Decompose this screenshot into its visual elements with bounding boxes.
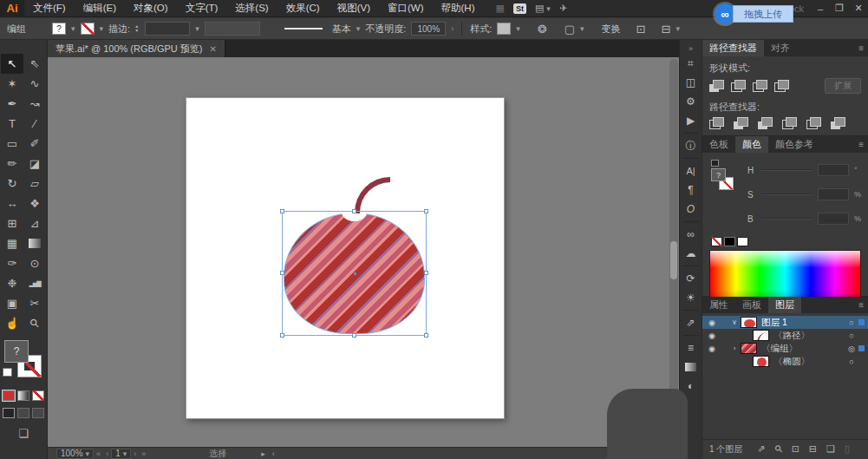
document-tab[interactable]: 苹果.ai* @ 100% (RGB/GPU 预览) ✕ bbox=[48, 40, 225, 57]
apple-artwork[interactable] bbox=[48, 57, 679, 447]
workspace-switcher-icon[interactable]: ▤ ▾ bbox=[535, 3, 551, 14]
menu-object[interactable]: 对象(O) bbox=[125, 0, 177, 17]
expand-icon[interactable]: › bbox=[728, 344, 741, 352]
dock-play-icon[interactable]: ▶ bbox=[680, 111, 702, 130]
width-tool[interactable]: ↔ bbox=[1, 193, 23, 213]
merge-button[interactable] bbox=[758, 117, 773, 129]
layer-name[interactable]: 〈编组〉 bbox=[761, 343, 845, 355]
opacity-expand-icon[interactable]: › bbox=[451, 24, 454, 33]
style-swatch[interactable] bbox=[497, 23, 511, 35]
menu-window[interactable]: 窗口(W) bbox=[379, 0, 433, 17]
dock-gradient-icon[interactable] bbox=[680, 357, 702, 377]
saturation-value-field[interactable] bbox=[818, 188, 849, 200]
line-segment-tool[interactable]: ∕ bbox=[23, 114, 46, 134]
tab-color-guide[interactable]: 颜色参考 bbox=[768, 136, 820, 153]
artboard-tool[interactable]: ▣ bbox=[1, 293, 23, 313]
pencil-tool[interactable]: ✏ bbox=[1, 154, 23, 174]
opacity-field[interactable]: 100% bbox=[411, 22, 446, 36]
black-swatch[interactable] bbox=[724, 237, 735, 246]
collapse-panels-icon[interactable]: » bbox=[680, 43, 702, 54]
dock-links-icon[interactable]: ∞ bbox=[680, 225, 702, 244]
align-options-icon[interactable]: ⊟ bbox=[662, 23, 671, 36]
select-similar-icon[interactable]: ▢ bbox=[565, 23, 575, 36]
lasso-tool[interactable]: ∿ bbox=[23, 74, 46, 94]
select-similar-chevron-icon[interactable]: ▾ bbox=[580, 24, 584, 33]
document-close-icon[interactable]: ✕ bbox=[209, 44, 216, 54]
perspective-grid-tool[interactable]: ⊿ bbox=[23, 213, 46, 233]
color-fill-proxy[interactable]: ? bbox=[711, 168, 726, 181]
visibility-eye-icon[interactable]: ◉ bbox=[702, 331, 721, 340]
menu-edit[interactable]: 编辑(E) bbox=[75, 0, 125, 17]
paintbrush-tool[interactable]: ✐ bbox=[23, 134, 46, 154]
measure-tool[interactable]: ⊙ bbox=[23, 253, 46, 273]
share-icon[interactable]: ✈ bbox=[559, 3, 567, 14]
none-swatch[interactable] bbox=[711, 237, 722, 246]
selection-tool[interactable]: ↖ bbox=[1, 54, 23, 74]
selection-handle[interactable] bbox=[424, 271, 428, 275]
target-circle-icon[interactable]: ○ bbox=[845, 357, 858, 366]
layer-thumbnail[interactable] bbox=[753, 356, 769, 367]
expand-icon[interactable]: ∨ bbox=[728, 318, 741, 326]
brush-name[interactable]: 基本 bbox=[332, 23, 351, 36]
mini-swatch-icon[interactable] bbox=[711, 160, 719, 167]
menu-file[interactable]: 文件(F) bbox=[24, 0, 75, 17]
menu-select[interactable]: 选择(S) bbox=[226, 0, 277, 17]
tab-layers[interactable]: 图层 bbox=[768, 297, 801, 313]
zoom-level-dropdown[interactable]: 100%▾ bbox=[56, 449, 94, 459]
menu-help[interactable]: 帮助(H) bbox=[433, 0, 484, 17]
current-tool-label[interactable]: 选择 bbox=[209, 448, 226, 459]
recolor-artwork-icon[interactable]: ❂ bbox=[538, 23, 547, 36]
collect-for-export-icon[interactable]: ⇗ bbox=[757, 443, 765, 455]
menu-view[interactable]: 视图(V) bbox=[329, 0, 379, 17]
brightness-slider[interactable] bbox=[761, 218, 813, 220]
free-transform-tool[interactable]: ❖ bbox=[23, 193, 46, 213]
apple-stem-path[interactable] bbox=[355, 177, 390, 213]
layer-name[interactable]: 〈椭圆〉 bbox=[773, 356, 845, 368]
menu-effect[interactable]: 效果(C) bbox=[277, 0, 329, 17]
color-button[interactable] bbox=[3, 390, 15, 401]
dock-graphic-styles-icon[interactable]: ◫ bbox=[680, 73, 702, 92]
menu-type[interactable]: 文字(T) bbox=[177, 0, 227, 17]
column-graph-tool[interactable]: ▂▅▇ bbox=[23, 273, 46, 293]
dock-asset-export-icon[interactable]: ⟳ bbox=[680, 269, 702, 288]
visibility-eye-icon[interactable]: ◉ bbox=[702, 344, 721, 353]
stroke-weight-field[interactable] bbox=[145, 22, 190, 36]
dock-svg-interactivity-icon[interactable]: ☀ bbox=[680, 288, 702, 307]
tab-artboards[interactable]: 画板 bbox=[735, 297, 768, 313]
exclude-button[interactable] bbox=[774, 80, 789, 92]
fill-stroke-indicator[interactable]: ? bbox=[3, 340, 44, 384]
target-circle-icon[interactable]: ○ bbox=[845, 318, 858, 327]
divide-button[interactable] bbox=[709, 117, 724, 129]
stroke-weight-chevron-icon[interactable]: ▾ bbox=[195, 24, 199, 33]
unite-button[interactable] bbox=[709, 80, 724, 92]
draw-inside-mode[interactable] bbox=[32, 408, 44, 418]
hue-value-field[interactable] bbox=[818, 164, 849, 176]
rotate-tool[interactable]: ↻ bbox=[1, 174, 23, 193]
stroke-swatch[interactable] bbox=[81, 23, 95, 35]
mesh-tool[interactable]: ▦ bbox=[1, 233, 23, 253]
intersect-button[interactable] bbox=[753, 80, 767, 92]
previous-artboard-icon[interactable]: ‹ bbox=[106, 449, 108, 458]
gradient-button[interactable] bbox=[17, 390, 29, 401]
selection-handle[interactable] bbox=[424, 209, 428, 213]
brightness-value-field[interactable] bbox=[818, 213, 849, 225]
next-artboard-icon[interactable]: › bbox=[134, 449, 136, 458]
layer-thumbnail[interactable] bbox=[741, 317, 757, 328]
tab-align[interactable]: 对齐 bbox=[764, 40, 797, 56]
fill-proxy[interactable]: ? bbox=[4, 340, 29, 363]
magic-wand-tool[interactable]: ✶ bbox=[1, 74, 23, 94]
drag-upload-button[interactable]: 拖拽上传 bbox=[733, 5, 793, 23]
canvas[interactable]: ▴ bbox=[48, 57, 679, 447]
status-expand-icon[interactable]: ▸ bbox=[261, 449, 265, 458]
vertical-scrollbar[interactable] bbox=[669, 59, 678, 444]
curvature-tool[interactable]: ↝ bbox=[23, 94, 46, 114]
dock-export-icon[interactable]: ⇗ bbox=[680, 313, 702, 332]
selection-handle[interactable] bbox=[280, 333, 284, 338]
status-back-icon[interactable]: ‹ bbox=[272, 449, 275, 458]
scale-tool[interactable]: ▱ bbox=[23, 174, 46, 193]
draw-normal-mode[interactable] bbox=[3, 408, 15, 418]
layer-row-path[interactable]: ◉ 〈路径〉 ○ bbox=[702, 329, 868, 342]
eyedropper-tool[interactable]: ✑ bbox=[1, 253, 23, 273]
first-artboard-icon[interactable]: « bbox=[96, 449, 101, 458]
layer-row-group[interactable]: ◉ › 〈编组〉 ◎ bbox=[702, 342, 868, 355]
